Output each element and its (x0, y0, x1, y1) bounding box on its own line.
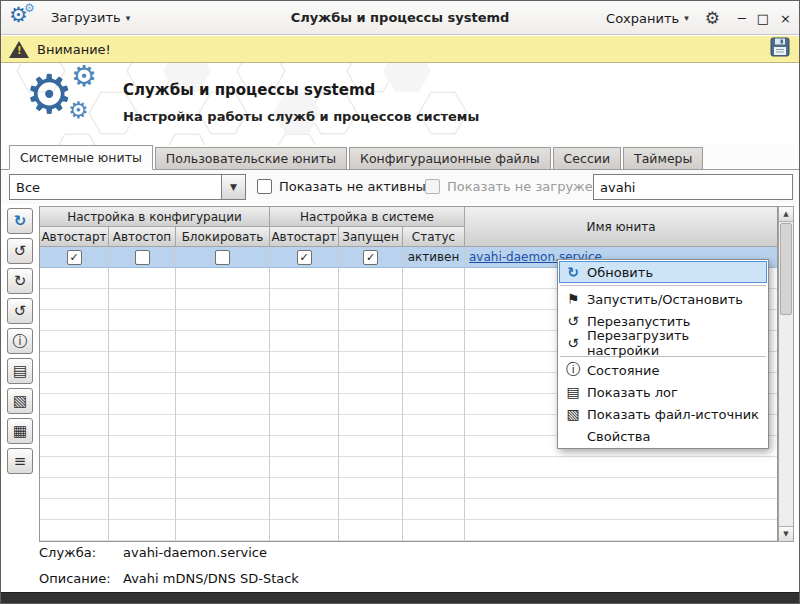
scrollbar-thumb[interactable] (780, 223, 792, 315)
hero-header: ⚙⚙⚙ Службы и процессы systemd Настройка … (1, 63, 799, 145)
column-header-status[interactable]: Статус (403, 227, 465, 247)
menu-item-status[interactable]: ⓘ Состояние (559, 359, 767, 381)
autostart-config-checkbox[interactable] (67, 250, 82, 265)
refresh-icon: ↻ (14, 212, 27, 230)
refresh-icon: ↻ (563, 264, 583, 280)
scope-dropdown-value: Все (10, 175, 221, 199)
table-header: Настройка в конфигурации Настройка в сис… (40, 207, 777, 247)
app-gears-icon: ⚙⚙ (9, 5, 37, 31)
autostart-system-checkbox[interactable] (297, 250, 312, 265)
save-menu-button[interactable]: Сохранить ▾ (602, 8, 693, 29)
flag-icon: ⚑ (563, 291, 583, 307)
restart-icon: ↻ (14, 272, 27, 290)
menu-item-start-stop[interactable]: ⚑ Запустить/Остановить (559, 288, 767, 310)
show-log-button[interactable]: ▤ (7, 358, 33, 384)
menu-item-reload-config[interactable]: ↺ Перезагрузить настройки (559, 332, 767, 354)
table-row-empty (40, 457, 777, 478)
settings-gear-icon[interactable]: ⚙ (705, 8, 720, 28)
start-stop-button[interactable]: ↺ (7, 238, 33, 264)
scope-dropdown[interactable]: Все ▼ (9, 174, 246, 200)
status-button[interactable]: ⓘ (7, 328, 33, 354)
filter-bar: Все ▼ Показать не активные Показать не з… (1, 170, 799, 204)
menu-separator (560, 285, 766, 286)
group-header-config: Настройка в конфигурации (40, 207, 270, 227)
chevron-down-icon: ▾ (126, 13, 131, 23)
tab-sessions[interactable]: Сессии (553, 147, 621, 169)
unit-search-input[interactable] (593, 174, 793, 200)
page-title: Службы и процессы systemd (123, 81, 479, 99)
tab-system-units[interactable]: Системные юниты (9, 145, 153, 170)
scroll-down-icon[interactable]: ▼ (779, 526, 793, 541)
menu-item-label: Перезапустить (587, 314, 691, 329)
reload-icon: ↺ (563, 335, 583, 351)
info-icon: ⓘ (563, 361, 583, 379)
menu-item-label: Состояние (587, 363, 659, 378)
show-inactive-label: Показать не активные (279, 179, 434, 194)
reload-config-button[interactable]: ↺ (7, 298, 33, 324)
show-inactive-checkbox[interactable]: Показать не активные (257, 179, 434, 194)
description-label: Описание: (39, 571, 123, 586)
info-icon: ⓘ (13, 332, 28, 351)
save-diskette-icon[interactable] (769, 36, 791, 62)
refresh-button[interactable]: ↻ (7, 208, 33, 234)
properties-button[interactable]: ▦ (7, 418, 33, 444)
unit-info-footer: Служба: avahi-daemon.service Описание: A… (39, 545, 299, 597)
reload-icon: ↺ (14, 302, 27, 320)
list-icon: ≡ (14, 452, 27, 470)
column-header-autostop[interactable]: Автостоп (109, 227, 176, 247)
menu-item-label: Перезагрузить настройки (587, 328, 761, 358)
window-bottom-edge (1, 592, 799, 603)
source-file-icon: ▧ (563, 406, 583, 422)
table-row-empty (40, 520, 777, 541)
minimize-button[interactable]: ─ (738, 11, 746, 26)
tab-timers[interactable]: Таймеры (623, 147, 703, 169)
warning-label: Внимание! (37, 42, 111, 57)
column-header-running[interactable]: Запущен (339, 227, 403, 247)
service-label: Служба: (39, 545, 123, 560)
table-row-empty (40, 499, 777, 520)
service-value: avahi-daemon.service (123, 545, 267, 560)
checkbox-icon[interactable] (257, 179, 272, 194)
menu-item-label: Показать файл-источник (587, 407, 759, 422)
load-menu-button[interactable]: Загрузить ▾ (47, 7, 134, 28)
column-header-autostart-system[interactable]: Автостарт (270, 227, 339, 247)
source-file-icon: ▧ (13, 392, 27, 410)
menu-item-show-source[interactable]: ▧ Показать файл-источник (559, 403, 767, 425)
menu-item-label: Запустить/Остановить (587, 292, 743, 307)
status-cell: активен (403, 247, 465, 268)
log-file-icon: ▤ (563, 384, 583, 400)
menu-item-properties[interactable]: Свойства (559, 425, 767, 447)
restart-icon: ↺ (563, 313, 583, 329)
menu-item-show-log[interactable]: ▤ Показать лог (559, 381, 767, 403)
column-header-unit-name[interactable]: Имя юнита (465, 207, 777, 247)
block-checkbox[interactable] (215, 250, 230, 265)
tab-user-units[interactable]: Пользовательские юниты (155, 147, 347, 169)
log-file-icon: ▤ (13, 362, 27, 380)
tab-config-files[interactable]: Конфигурационные файлы (349, 147, 551, 169)
menu-item-refresh[interactable]: ↻ Обновить (559, 261, 767, 283)
load-menu-label: Загрузить (51, 10, 121, 25)
action-toolbar: ↻ ↺ ↻ ↺ ⓘ ▤ ▧ ▦ ≡ (7, 208, 33, 474)
autostop-checkbox[interactable] (135, 250, 150, 265)
column-header-autostart-config[interactable]: Автостарт (40, 227, 109, 247)
restart-button[interactable]: ↻ (7, 268, 33, 294)
warning-icon: ! (9, 41, 29, 58)
show-source-button[interactable]: ▧ (7, 388, 33, 414)
maximize-button[interactable]: □ (757, 11, 769, 26)
save-menu-label: Сохранить (606, 11, 679, 26)
dropdown-arrow-icon[interactable]: ▼ (221, 175, 245, 199)
running-checkbox[interactable] (363, 250, 378, 265)
titlebar: ⚙⚙ Загрузить ▾ Службы и процессы systemd… (1, 1, 799, 35)
menu-item-label: Свойства (587, 429, 651, 444)
close-button[interactable]: × (780, 11, 791, 26)
column-header-block[interactable]: Блокировать (176, 227, 270, 247)
start-stop-icon: ↺ (14, 242, 27, 260)
menu-item-label: Показать лог (587, 385, 678, 400)
page-subtitle: Настройка работы служб и процессов систе… (123, 109, 479, 124)
table-scrollbar[interactable]: ▲ ▼ (778, 206, 794, 542)
hero-gears-icon: ⚙⚙⚙ (25, 67, 121, 141)
chevron-down-icon: ▾ (684, 13, 689, 23)
scroll-up-icon[interactable]: ▲ (779, 207, 793, 222)
unit-list-button[interactable]: ≡ (7, 448, 33, 474)
group-header-system: Настройка в системе (270, 207, 465, 227)
